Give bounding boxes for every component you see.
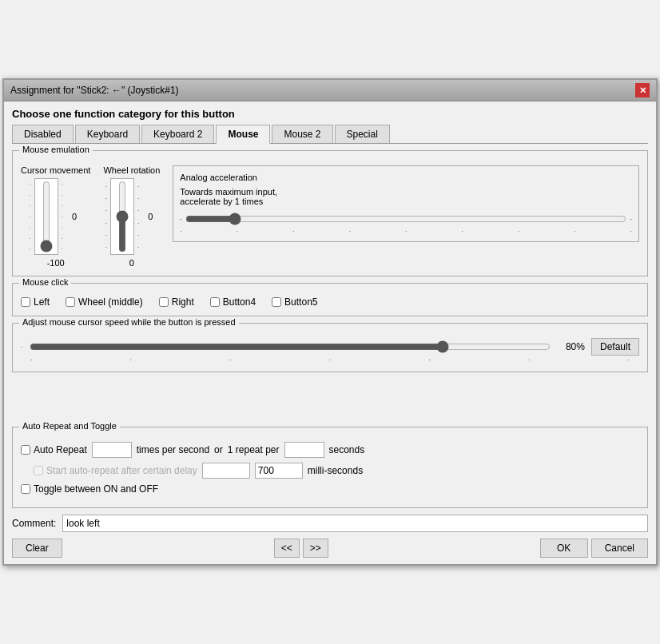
wheel-rotation-row: ······ ······ 0 <box>105 178 158 255</box>
auto-repeat-checkbox[interactable]: Auto Repeat <box>21 444 87 455</box>
auto-repeat-group: Auto Repeat and Toggle Auto Repeat times… <box>12 427 648 508</box>
wheel-rotation-label: Wheel rotation <box>103 165 160 175</box>
speed-tick-row: ······· <box>21 356 639 364</box>
auto-repeat-row1: Auto Repeat times per second or 1 repeat… <box>21 442 639 458</box>
mouse-emulation-group: Mouse emulation Cursor movement · · · · … <box>12 150 648 276</box>
start-delay-label: Start auto-repeat after certain delay <box>46 465 197 476</box>
speed-row: · 80% Default <box>21 330 639 356</box>
speed-value: 80% <box>557 341 585 352</box>
checkbox-wheel-input[interactable] <box>66 297 75 307</box>
checkbox-button4-input[interactable] <box>210 297 220 307</box>
checkbox-button4-label: Button4 <box>223 296 256 308</box>
checkbox-button5-label: Button5 <box>284 296 317 308</box>
cursor-movement-value: -100 <box>47 258 65 268</box>
tab-mouse2[interactable]: Mouse 2 <box>272 125 332 143</box>
mouse-emulation-label: Mouse emulation <box>19 145 93 154</box>
milli-seconds-label: milli-seconds <box>308 465 363 476</box>
cursor-movement-slider[interactable] <box>37 181 56 252</box>
analog-tick-left: · <box>180 215 182 223</box>
auto-repeat-row2: Start auto-repeat after certain delay mi… <box>21 463 639 479</box>
milliseconds-input[interactable] <box>202 463 250 479</box>
cursor-movement-row: · · · · · · · · · <box>29 178 82 255</box>
wheel-rotation-group: Wheel rotation ······ ······ 0 0 <box>103 165 160 268</box>
auto-repeat-checkbox-label: Auto Repeat <box>34 444 87 455</box>
cursor-slider-value: 0 <box>66 212 82 221</box>
comment-row: Comment: <box>12 515 648 532</box>
mouse-click-group: Mouse click Left Wheel (middle) Right Bu… <box>12 283 648 316</box>
or-label: or <box>214 444 223 455</box>
cursor-movement-group: Cursor movement · · · · · · · <box>21 165 90 268</box>
tab-disabled[interactable]: Disabled <box>12 125 74 143</box>
toggle-label: Toggle between ON and OFF <box>34 483 158 495</box>
analog-tick-right: · <box>630 215 632 223</box>
wheel-ticks-left: ······ <box>105 181 107 252</box>
comment-input[interactable] <box>62 515 648 532</box>
bottom-buttons: Clear << >> OK Cancel <box>12 539 648 558</box>
analog-acceleration-slider[interactable] <box>185 213 627 225</box>
analog-line2: accelerate by 1 times <box>180 197 632 206</box>
section-gap <box>12 379 648 427</box>
comment-label: Comment: <box>12 518 56 529</box>
analog-slider-row: · · <box>180 213 632 225</box>
checkbox-wheel-label: Wheel (middle) <box>78 296 143 308</box>
seconds-input[interactable] <box>284 442 324 458</box>
wheel-slider-value: 0 <box>142 212 158 221</box>
wheel-rotation-value: 0 <box>129 258 134 268</box>
speed-label: Adjust mouse cursor speed while the butt… <box>19 317 239 327</box>
speed-tick-left: · <box>21 343 23 351</box>
checkbox-left-input[interactable] <box>21 297 30 307</box>
cursor-slider-box <box>34 178 58 255</box>
main-window: Assignment for "Stick2: ←" (Joystick#1) … <box>2 78 658 566</box>
clear-button[interactable]: Clear <box>12 539 62 558</box>
checkbox-left[interactable]: Left <box>21 296 50 308</box>
wheel-slider-box <box>110 178 134 255</box>
tab-bar: Disabled Keyboard Keyboard 2 Mouse Mouse… <box>12 125 648 144</box>
default-button[interactable]: Default <box>591 338 639 356</box>
start-delay-checkbox[interactable]: Start auto-repeat after certain delay <box>34 465 197 476</box>
analog-acceleration-group: Analog acceleration Towards maximum inpu… <box>173 165 639 242</box>
window-body: Choose one function category for this bu… <box>4 101 656 564</box>
checkbox-right-label: Right <box>172 296 194 308</box>
speed-group: Adjust mouse cursor speed while the butt… <box>12 323 648 372</box>
analog-tick-labels: ········· <box>180 227 632 235</box>
wheel-rotation-slider[interactable] <box>113 181 132 252</box>
seconds-label: seconds <box>329 444 365 455</box>
checkbox-button4[interactable]: Button4 <box>210 296 256 308</box>
ok-cancel-buttons: OK Cancel <box>540 539 648 558</box>
checkbox-wheel[interactable]: Wheel (middle) <box>66 296 143 308</box>
cursor-ticks-right: · · · · · · · <box>62 181 63 252</box>
repeat-per-label: 1 repeat per <box>228 444 280 455</box>
close-button[interactable]: ✕ <box>635 83 650 97</box>
toggle-checkbox-input[interactable] <box>21 484 30 494</box>
checkbox-right-input[interactable] <box>159 297 169 307</box>
analog-line1: Towards maximum input, <box>180 187 632 197</box>
delay-ms-input[interactable] <box>255 463 303 479</box>
times-per-second-input[interactable] <box>92 442 132 458</box>
auto-repeat-label: Auto Repeat and Toggle <box>19 421 120 431</box>
next-button[interactable]: >> <box>303 539 328 558</box>
tab-mouse[interactable]: Mouse <box>216 125 270 144</box>
nav-buttons: << >> <box>274 539 328 558</box>
analog-label: Analog acceleration <box>180 173 632 182</box>
wheel-ticks-right: ······ <box>137 181 140 252</box>
times-per-second-label: times per second <box>137 444 209 455</box>
ok-button[interactable]: OK <box>540 539 588 558</box>
prev-button[interactable]: << <box>274 539 300 558</box>
auto-repeat-content: Auto Repeat times per second or 1 repeat… <box>21 434 639 495</box>
cancel-button[interactable]: Cancel <box>591 539 648 558</box>
tab-keyboard[interactable]: Keyboard <box>75 125 140 143</box>
checkbox-button5-input[interactable] <box>272 297 281 307</box>
checkbox-left-label: Left <box>34 296 50 308</box>
checkbox-right[interactable]: Right <box>159 296 194 308</box>
mouse-click-row: Left Wheel (middle) Right Button4 Button… <box>21 290 639 308</box>
tab-keyboard2[interactable]: Keyboard 2 <box>141 125 214 143</box>
start-delay-checkbox-input <box>34 466 43 475</box>
page-title: Choose one function category for this bu… <box>12 108 648 120</box>
speed-slider[interactable] <box>30 340 551 353</box>
auto-repeat-checkbox-input[interactable] <box>21 445 30 455</box>
toggle-checkbox[interactable]: Toggle between ON and OFF <box>21 483 158 495</box>
checkbox-button5[interactable]: Button5 <box>272 296 317 308</box>
window-title: Assignment for "Stick2: ←" (Joystick#1) <box>10 85 179 96</box>
cursor-movement-label: Cursor movement <box>21 165 90 175</box>
tab-special[interactable]: Special <box>335 125 390 143</box>
